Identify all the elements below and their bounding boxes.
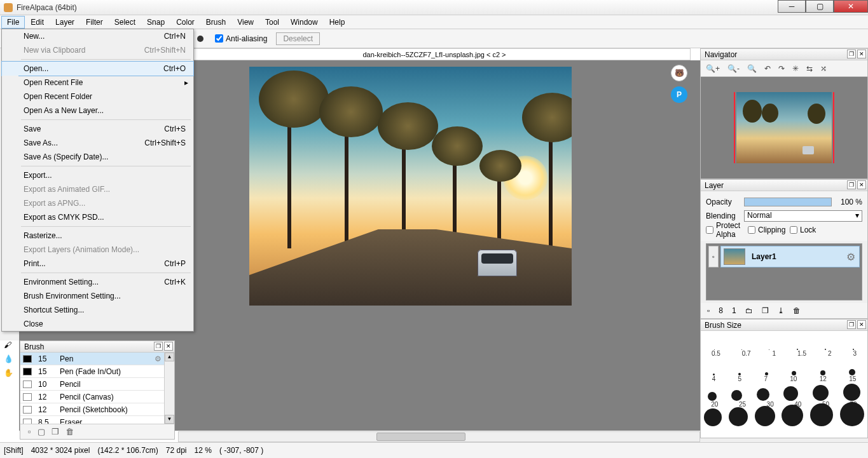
close-button[interactable]: ✕ — [834, 0, 868, 13]
brush-size-dot[interactable] — [757, 388, 769, 401]
layer-item[interactable]: Layer1 ⚙ — [720, 246, 860, 267]
file-menu-item[interactable]: Brush Environment Setting... — [2, 289, 193, 303]
brush-size-dot[interactable] — [840, 402, 864, 426]
folder-icon[interactable]: ▢ — [38, 427, 45, 436]
hand-tool-icon[interactable]: ✋ — [4, 368, 15, 377]
p-icon[interactable]: P — [671, 86, 687, 103]
brush-row[interactable]: 12Pencil (Sketchbook) — [20, 403, 164, 416]
brush-tool-icon[interactable]: 🖌 — [4, 340, 15, 349]
document-tab[interactable]: dan-kreibich--5ZCZF7_LfI-unsplash.jpg < … — [178, 48, 691, 60]
brush-size-dot[interactable] — [792, 371, 796, 375]
lock-checkbox[interactable]: Lock — [790, 226, 823, 234]
canvas-h-scrollbar[interactable] — [178, 431, 700, 442]
menu-help[interactable]: Help — [324, 16, 351, 29]
opacity-slider[interactable] — [744, 198, 832, 206]
file-menu-item[interactable]: Open Recent Folder — [2, 90, 193, 104]
antialias-checkbox[interactable]: Anti-aliasing — [215, 34, 267, 43]
zoom-in-icon[interactable]: 🔍+ — [706, 64, 720, 73]
mascot-icon[interactable]: 🐻 — [671, 65, 687, 81]
new-8bit-layer-icon[interactable]: 8 — [719, 306, 723, 315]
rotate-cw-icon[interactable]: ↷ — [778, 64, 785, 73]
zoom-out-icon[interactable]: 🔍- — [727, 64, 740, 73]
menu-tool[interactable]: Tool — [259, 16, 285, 29]
file-menu-item[interactable]: SaveCtrl+S — [2, 122, 193, 136]
brush-list[interactable]: 15Pen⚙15Pen (Fade In/Out)10Pencil12Penci… — [20, 353, 164, 424]
file-menu-item[interactable]: Open As a New Layer... — [2, 104, 193, 118]
menu-snap[interactable]: Snap — [141, 16, 170, 29]
file-menu-item[interactable]: Print...Ctrl+P — [2, 257, 193, 271]
merge-down-icon[interactable]: ⤓ — [778, 306, 784, 315]
brush-size-dot[interactable] — [820, 370, 825, 375]
file-menu-item[interactable]: Environment Setting...Ctrl+K — [2, 275, 193, 289]
brush-size-dot[interactable] — [783, 386, 798, 401]
menu-color[interactable]: Color — [170, 16, 200, 29]
brush-scrollbar[interactable]: ▲▼ — [164, 353, 174, 424]
blending-select[interactable]: Normal — [744, 210, 862, 222]
brush-row[interactable]: 8.5Eraser — [20, 416, 164, 424]
gear-icon[interactable]: ⚙ — [846, 251, 855, 263]
flip-v-icon[interactable]: ⤮ — [820, 64, 827, 73]
brush-size-dot[interactable] — [810, 403, 833, 426]
brush-size-dot[interactable] — [708, 392, 717, 401]
undock-icon[interactable]: ❐ — [154, 342, 163, 351]
close-icon[interactable]: ✕ — [857, 180, 866, 189]
delete-layer-icon[interactable]: 🗑 — [793, 306, 801, 315]
file-menu-item[interactable]: New...Ctrl+N — [2, 29, 193, 43]
protect-alpha-checkbox[interactable]: Protect Alpha — [706, 221, 739, 239]
layer-visibility-toggle[interactable]: ◦ — [708, 246, 719, 267]
file-menu-item[interactable]: Export... — [2, 168, 193, 182]
zoom-fit-icon[interactable]: 🔍 — [747, 64, 757, 73]
menu-window[interactable]: Window — [285, 16, 324, 29]
flip-h-icon[interactable]: ⇆ — [806, 64, 813, 73]
menu-edit[interactable]: Edit — [25, 16, 50, 29]
brush-size-dot[interactable] — [731, 390, 742, 401]
close-icon[interactable]: ✕ — [857, 50, 866, 58]
file-menu-item[interactable]: Shortcut Setting... — [2, 303, 193, 317]
close-icon[interactable]: ✕ — [857, 320, 866, 329]
menu-filter[interactable]: Filter — [80, 16, 109, 29]
file-menu-item[interactable]: Open...Ctrl+O — [2, 62, 193, 76]
navigator-preview[interactable] — [701, 77, 867, 178]
minimize-button[interactable]: ─ — [778, 0, 806, 13]
eyedropper-icon[interactable]: 💧 — [4, 354, 15, 363]
brush-row[interactable]: 15Pen⚙ — [20, 353, 164, 365]
new-folder-icon[interactable]: 🗀 — [745, 306, 753, 315]
brush-size-grid[interactable]: 0.50.711.523457101215202530405070 — [701, 331, 867, 438]
trash-icon[interactable]: 🗑 — [65, 427, 74, 436]
menu-layer[interactable]: Layer — [50, 16, 80, 29]
brush-row[interactable]: 15Pen (Fade In/Out) — [20, 365, 164, 378]
deselect-button[interactable]: Deselect — [276, 32, 320, 45]
file-menu-item[interactable]: Export as CMYK PSD... — [2, 210, 193, 224]
menu-select[interactable]: Select — [109, 16, 141, 29]
brush-size-dot[interactable] — [704, 408, 722, 426]
brush-size-dot[interactable] — [825, 349, 826, 350]
undock-icon[interactable]: ❐ — [847, 50, 856, 58]
brush-size-dot[interactable] — [755, 406, 775, 426]
brush-row[interactable]: 10Pencil — [20, 378, 164, 391]
brush-row[interactable]: 12Pencil (Canvas) — [20, 391, 164, 403]
reset-rotation-icon[interactable]: ✳ — [792, 64, 799, 73]
undock-icon[interactable]: ❐ — [847, 320, 856, 329]
file-menu-item[interactable]: Open Recent File▸ — [2, 76, 193, 90]
menu-view[interactable]: View — [231, 16, 259, 29]
clipping-checkbox[interactable]: Clipping — [748, 226, 781, 234]
file-menu-item[interactable]: Close — [2, 317, 193, 331]
menu-file[interactable]: File — [1, 16, 25, 29]
new-1bit-layer-icon[interactable]: 1 — [732, 306, 736, 315]
new-layer-icon[interactable]: ▫ — [707, 306, 710, 315]
brush-size-dot[interactable] — [849, 369, 855, 375]
layer-list[interactable]: ◦ Layer1 ⚙ — [706, 243, 862, 300]
brush-size-dot[interactable] — [843, 384, 860, 401]
brush-size-dot[interactable] — [729, 407, 748, 426]
new-brush-icon[interactable]: ▫ — [28, 427, 31, 436]
brush-size-dot[interactable] — [813, 385, 829, 401]
brush-size-dot[interactable] — [782, 405, 803, 426]
brush-panel-header[interactable]: Brush ❐✕ — [20, 341, 174, 353]
duplicate-icon[interactable]: ❐ — [52, 427, 59, 436]
maximize-button[interactable]: ▢ — [806, 0, 834, 13]
close-icon[interactable]: ✕ — [164, 342, 173, 351]
rotate-ccw-icon[interactable]: ↶ — [764, 64, 771, 73]
canvas-image[interactable] — [249, 67, 572, 306]
file-menu-item[interactable]: Save As...Ctrl+Shift+S — [2, 136, 193, 150]
menu-brush[interactable]: Brush — [200, 16, 231, 29]
